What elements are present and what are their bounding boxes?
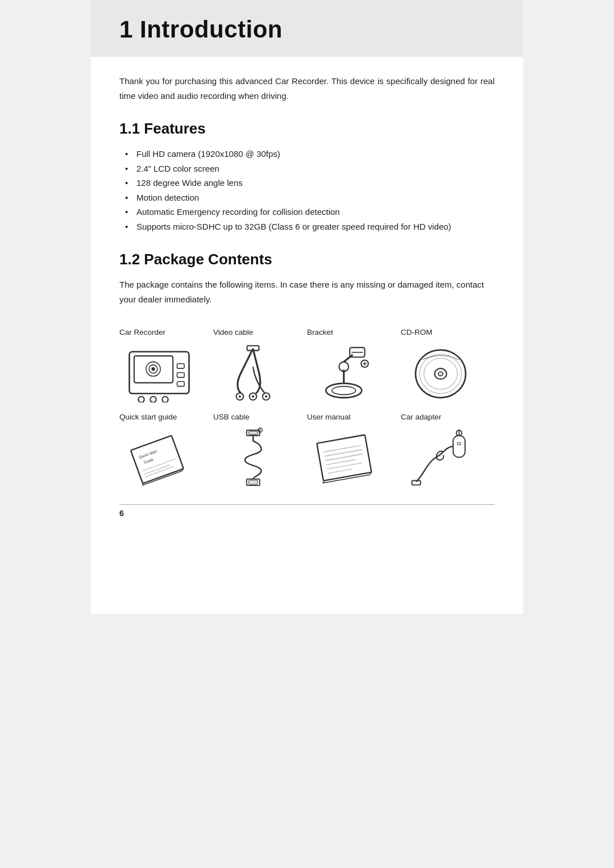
- svg-line-40: [144, 464, 171, 474]
- quick-start-guide-icon: Quick Start Guide: [119, 426, 199, 488]
- svg-point-7: [162, 396, 168, 402]
- svg-point-13: [239, 395, 241, 397]
- svg-rect-48: [317, 434, 371, 480]
- video-cable-label: Video cable: [213, 328, 253, 337]
- list-item: Motion detection: [125, 190, 495, 205]
- features-section-title: 1.1 Features: [119, 120, 495, 138]
- svg-point-5: [138, 396, 144, 402]
- page: 1 Introduction Thank you for purchasing …: [91, 0, 523, 614]
- svg-line-57: [327, 469, 351, 473]
- svg-rect-3: [177, 372, 185, 377]
- list-item: 128 degree Wide angle lens: [125, 176, 495, 190]
- package-item-quick-start: Quick start guide Quick Start Guide: [119, 408, 213, 493]
- content-area: Thank you for purchasing this advanced C…: [91, 74, 523, 493]
- usb-cable-label: USB cable: [213, 413, 250, 421]
- package-item-car-adapter: Car adapter: [401, 408, 495, 493]
- package-item-usb-cable: USB cable: [213, 408, 307, 493]
- svg-line-51: [323, 475, 370, 483]
- bracket-label: Bracket: [307, 328, 333, 337]
- package-item-car-recorder: Car Recorder: [119, 323, 213, 408]
- usb-cable-icon: [213, 426, 293, 488]
- svg-text:Guide: Guide: [143, 457, 154, 464]
- list-item: Supports micro-SDHC up to 32GB (Class 6 …: [125, 219, 495, 234]
- intro-paragraph: Thank you for purchasing this advanced C…: [119, 74, 495, 103]
- svg-point-10: [151, 367, 155, 371]
- quick-start-label: Quick start guide: [119, 413, 177, 421]
- package-item-bracket: Bracket: [307, 323, 401, 408]
- svg-line-55: [326, 459, 356, 464]
- chapter-header: 1 Introduction: [91, 0, 523, 57]
- car-adapter-icon: [401, 426, 480, 488]
- package-paragraph: The package contains the following items…: [119, 277, 495, 306]
- svg-rect-33: [131, 435, 184, 483]
- package-items-row2: Quick start guide Quick Start Guide: [119, 408, 495, 493]
- svg-rect-2: [177, 363, 185, 368]
- list-item: Automatic Emergency recording for collis…: [125, 205, 495, 219]
- svg-text:Quick Start: Quick Start: [138, 448, 157, 459]
- package-item-user-manual: User manual: [307, 408, 401, 493]
- svg-point-6: [150, 396, 156, 402]
- svg-rect-43: [248, 431, 257, 434]
- svg-rect-45: [248, 480, 257, 484]
- cdrom-label: CD-ROM: [401, 328, 433, 337]
- svg-rect-58: [453, 435, 465, 457]
- features-list: Full HD camera (1920x1080 @ 30fps) 2.4” …: [119, 147, 495, 234]
- footer: 6: [119, 504, 495, 518]
- chapter-title: 1 Introduction: [119, 16, 495, 43]
- package-item-cdrom: CD-ROM: [401, 323, 495, 408]
- user-manual-label: User manual: [307, 413, 351, 421]
- svg-rect-4: [177, 381, 185, 386]
- list-item: Full HD camera (1920x1080 @ 30fps): [125, 147, 495, 161]
- svg-point-17: [265, 395, 267, 397]
- user-manual-icon: [307, 426, 387, 488]
- package-section-title: 1.2 Package Contents: [119, 251, 495, 268]
- svg-point-19: [332, 386, 356, 394]
- cdrom-icon: [401, 341, 480, 404]
- svg-point-32: [438, 371, 443, 375]
- car-recorder-label: Car Recorder: [119, 328, 165, 337]
- car-recorder-icon: [119, 341, 199, 404]
- list-item: 2.4” LCD color screen: [125, 161, 495, 176]
- video-cable-icon: [213, 341, 293, 404]
- svg-line-22: [344, 355, 353, 362]
- car-adapter-label: Car adapter: [401, 413, 441, 421]
- page-number: 6: [119, 509, 124, 518]
- package-items-row1: Car Recorder: [119, 323, 495, 408]
- svg-point-15: [252, 395, 254, 397]
- bracket-icon: [307, 341, 387, 404]
- package-item-video-cable: Video cable: [213, 323, 307, 408]
- svg-point-18: [326, 383, 362, 397]
